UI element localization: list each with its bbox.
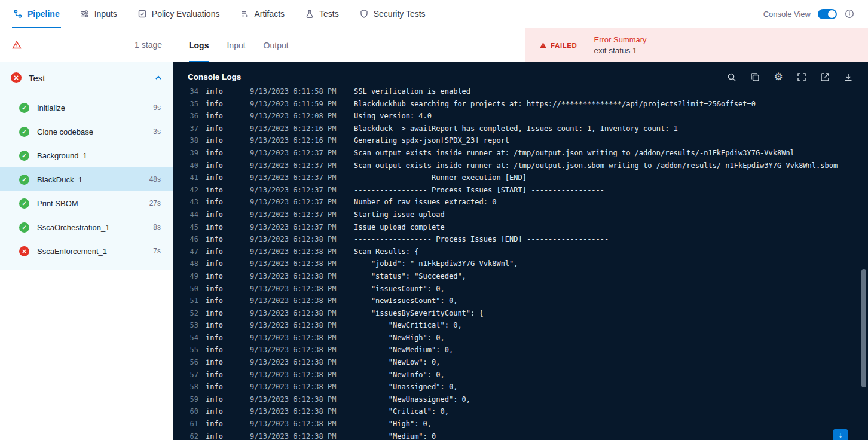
tab-logs[interactable]: Logs — [189, 28, 209, 62]
log-line: 51 info 9/13/2023 6:12:38 PM "newIssuesC… — [173, 295, 868, 307]
log-level: info — [206, 307, 225, 320]
stage-card: Test Initialize 9s Clone codebase 3s — [0, 62, 173, 270]
log-line-number: 61 — [181, 418, 198, 430]
log-line: 60 info 9/13/2023 6:12:38 PM "Critical":… — [173, 405, 868, 418]
step-row[interactable]: Initialize 9s — [0, 96, 173, 120]
log-line: 52 info 9/13/2023 6:12:38 PM "issuesBySe… — [173, 307, 868, 320]
failed-warning-icon — [539, 41, 547, 49]
log-level: info — [206, 270, 225, 283]
log-timestamp: 9/13/2023 6:12:37 PM — [250, 221, 341, 234]
log-timestamp: 9/13/2023 6:12:38 PM — [250, 393, 341, 406]
log-line: 58 info 9/13/2023 6:12:38 PM "Unassigned… — [173, 381, 868, 393]
step-duration: 8s — [153, 223, 161, 231]
tab-inputs[interactable]: Inputs — [80, 0, 117, 28]
tab-tests[interactable]: Tests — [305, 0, 339, 28]
log-line-number: 35 — [181, 98, 198, 111]
pipeline-icon — [13, 9, 23, 19]
log-timestamp: 9/13/2023 6:12:38 PM — [250, 356, 341, 369]
log-line: 39 info 9/13/2023 6:12:37 PM Scan output… — [173, 147, 868, 160]
console-view-toggle[interactable] — [818, 9, 837, 19]
log-timestamp: 9/13/2023 6:12:08 PM — [250, 110, 341, 123]
arrow-down-icon: ↓ — [839, 430, 843, 439]
open-in-new-icon[interactable] — [820, 72, 830, 82]
tab-output[interactable]: Output — [264, 28, 289, 62]
toggle-knob — [828, 10, 836, 18]
log-level: info — [206, 381, 225, 393]
tests-flask-icon — [305, 9, 314, 19]
log-timestamp: 9/13/2023 6:12:37 PM — [250, 147, 341, 160]
log-line: 43 info 9/13/2023 6:12:37 PM Number of r… — [173, 196, 868, 209]
log-timestamp: 9/13/2023 6:12:37 PM — [250, 209, 341, 221]
log-line-number: 41 — [181, 172, 198, 184]
tab-policy-evaluations[interactable]: Policy Evaluations — [137, 0, 220, 28]
step-row[interactable]: Background_1 — [0, 143, 173, 167]
sidebar-header-band: 1 stage — [0, 28, 173, 62]
step-row[interactable]: Print SBOM 27s — [0, 191, 173, 215]
step-row[interactable]: Clone codebase 3s — [0, 120, 173, 143]
log-level: info — [206, 196, 225, 209]
log-level: info — [206, 430, 225, 440]
top-navigation: Pipeline Inputs Policy Evaluations Artif… — [0, 0, 868, 28]
step-duration: 3s — [153, 127, 161, 136]
log-line: 37 info 9/13/2023 6:12:16 PM Blackduck -… — [173, 123, 868, 135]
stage-header-test[interactable]: Test — [0, 62, 173, 93]
step-duration: 7s — [153, 247, 161, 255]
log-message: Issue upload complete — [354, 221, 445, 234]
copy-icon[interactable] — [750, 72, 760, 82]
log-level: info — [206, 246, 225, 258]
log-line-number: 52 — [181, 307, 198, 320]
log-line-number: 62 — [181, 430, 198, 440]
error-texts: Error Summary exit status 1 — [594, 35, 647, 55]
log-level: info — [206, 85, 225, 98]
log-line: 55 info 9/13/2023 6:12:38 PM "NewMedium"… — [173, 344, 868, 356]
artifacts-icon — [240, 9, 249, 19]
log-message: "NewMedium": 0, — [354, 344, 453, 356]
step-name: Background_1 — [37, 151, 153, 160]
log-view-header: Logs Input Output FAILED Error Summary e… — [173, 28, 868, 62]
stage-name: Test — [29, 73, 146, 83]
log-line: 40 info 9/13/2023 6:12:37 PM Scan output… — [173, 160, 868, 172]
log-line-number: 54 — [181, 332, 198, 344]
search-icon[interactable] — [726, 72, 737, 82]
step-status-icon — [19, 222, 29, 233]
log-line: 44 info 9/13/2023 6:12:37 PM Starting is… — [173, 209, 868, 221]
log-timestamp: 9/13/2023 6:12:38 PM — [250, 418, 341, 430]
console-scrollbar-thumb[interactable] — [861, 269, 866, 387]
log-line-number: 58 — [181, 381, 198, 393]
tab-security-tests[interactable]: Security Tests — [359, 0, 426, 28]
fullscreen-icon[interactable] — [796, 72, 807, 82]
log-line: 38 info 9/13/2023 6:12:16 PM Generating … — [173, 135, 868, 147]
info-icon[interactable] — [844, 8, 855, 19]
step-name: Print SBOM — [37, 199, 142, 208]
tab-artifacts[interactable]: Artifacts — [240, 0, 285, 28]
tab-policy-evaluations-label: Policy Evaluations — [152, 9, 220, 19]
inputs-icon — [80, 9, 90, 19]
step-row[interactable]: SscaOrchestration_1 8s — [0, 215, 173, 239]
log-message: Scan output exists inside runner at: /tm… — [354, 147, 794, 160]
tab-pipeline-label: Pipeline — [27, 9, 60, 19]
step-name: BlackDuck_1 — [37, 175, 142, 184]
scroll-to-bottom-button[interactable]: ↓ — [833, 429, 848, 440]
chevron-up-icon[interactable] — [154, 73, 163, 82]
tab-input[interactable]: Input — [227, 28, 245, 62]
log-timestamp: 9/13/2023 6:12:38 PM — [250, 369, 341, 381]
settings-gear-icon[interactable]: ⚙ — [773, 72, 784, 82]
log-message: Using version: 4.0 — [354, 110, 432, 123]
log-level: info — [206, 160, 225, 172]
error-summary-title: Error Summary — [594, 35, 647, 44]
log-line-number: 36 — [181, 110, 198, 123]
log-line-number: 51 — [181, 295, 198, 307]
step-row[interactable]: BlackDuck_1 48s — [0, 167, 173, 191]
log-timestamp: 9/13/2023 6:12:38 PM — [250, 405, 341, 418]
step-list: Initialize 9s Clone codebase 3s Backgrou… — [0, 93, 173, 270]
log-timestamp: 9/13/2023 6:12:38 PM — [250, 307, 341, 320]
log-level: info — [206, 356, 225, 369]
log-level: info — [206, 98, 225, 111]
log-message: "Critical": 0, — [354, 405, 449, 418]
log-timestamp: 9/13/2023 6:12:16 PM — [250, 123, 341, 135]
download-icon[interactable] — [843, 72, 854, 82]
log-level: info — [206, 332, 225, 344]
log-line-number: 38 — [181, 135, 198, 147]
tab-pipeline[interactable]: Pipeline — [13, 0, 60, 28]
step-row[interactable]: SscaEnforcement_1 7s — [0, 239, 173, 263]
